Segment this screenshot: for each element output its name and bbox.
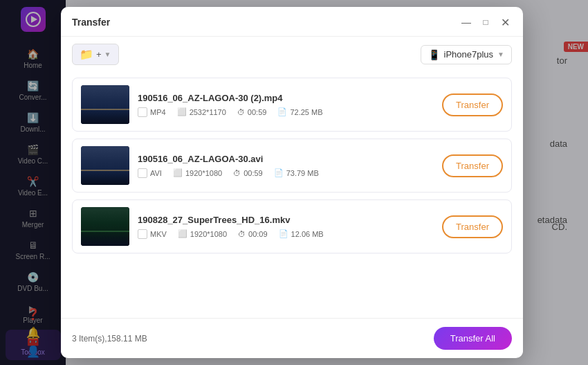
close-button[interactable]: ✕ bbox=[498, 15, 512, 29]
format-checkbox bbox=[138, 107, 147, 117]
file-info: 190516_06_AZ-LAGOA-30 (2).mp4 MP4 ⬜ 2532… bbox=[138, 93, 434, 117]
add-btn-label: + bbox=[96, 49, 102, 60]
file-item: 190516_06_AZ-LAGOA-30.avi AVI ⬜ 1920*108… bbox=[72, 139, 512, 193]
transfer-button-2[interactable]: Transfer bbox=[442, 154, 503, 177]
file-format: MP4 bbox=[138, 107, 166, 117]
footer-info: 3 Item(s),158.11 MB bbox=[72, 334, 147, 344]
dialog-toolbar: 📁 + ▼ 📱 iPhone7plus ▼ bbox=[61, 37, 523, 72]
file-name: 190516_06_AZ-LAGOA-30.avi bbox=[138, 154, 434, 164]
file-info: 190516_06_AZ-LAGOA-30.avi AVI ⬜ 1920*108… bbox=[138, 154, 434, 178]
file-meta: AVI ⬜ 1920*1080 ⏱ 00:59 📄 73.79 MB bbox=[138, 168, 434, 178]
file-size: 📄 72.25 MB bbox=[277, 107, 322, 116]
file-thumbnail bbox=[81, 207, 129, 246]
file-thumbnail bbox=[81, 85, 129, 124]
transfer-dialog: Transfer — □ ✕ 📁 + ▼ 📱 iPhone7plus ▼ bbox=[61, 7, 523, 358]
file-list: 190516_06_AZ-LAGOA-30 (2).mp4 MP4 ⬜ 2532… bbox=[61, 72, 523, 318]
dropdown-arrow-icon: ▼ bbox=[104, 51, 111, 58]
format-checkbox bbox=[138, 229, 147, 239]
format-checkbox bbox=[138, 168, 147, 178]
file-duration: ⏱ 00:59 bbox=[233, 169, 263, 177]
file-format: MKV bbox=[138, 229, 167, 239]
file-item: 190828_27_SuperTrees_HD_16.mkv MKV ⬜ 192… bbox=[72, 199, 512, 253]
file-meta: MKV ⬜ 1920*1080 ⏱ 00:09 📄 12.06 MB bbox=[138, 229, 434, 239]
dropdown-icon: ▼ bbox=[497, 51, 504, 58]
file-info: 190828_27_SuperTrees_HD_16.mkv MKV ⬜ 192… bbox=[138, 215, 434, 239]
file-name: 190516_06_AZ-LAGOA-30 (2).mp4 bbox=[138, 93, 434, 103]
transfer-button-3[interactable]: Transfer bbox=[442, 215, 503, 238]
file-meta: MP4 ⬜ 2532*1170 ⏱ 00:59 📄 72.25 MB bbox=[138, 107, 434, 117]
file-duration: ⏱ 00:59 bbox=[237, 108, 267, 116]
app-background: 🏠 Home 🔄 Conver... ⬇️ Downl... 🎬 Video C… bbox=[0, 0, 588, 365]
file-size: 📄 12.06 MB bbox=[279, 229, 324, 238]
file-name: 190828_27_SuperTrees_HD_16.mkv bbox=[138, 215, 434, 225]
dialog-title: Transfer bbox=[72, 17, 110, 28]
transfer-button-1[interactable]: Transfer bbox=[442, 94, 503, 116]
maximize-button[interactable]: □ bbox=[479, 15, 493, 29]
add-icon: 📁 bbox=[80, 48, 93, 61]
device-selector[interactable]: 📱 iPhone7plus ▼ bbox=[421, 45, 512, 64]
file-item: 190516_06_AZ-LAGOA-30 (2).mp4 MP4 ⬜ 2532… bbox=[72, 78, 512, 132]
dialog-titlebar: Transfer — □ ✕ bbox=[61, 7, 523, 37]
file-duration: ⏱ 00:09 bbox=[238, 230, 268, 238]
phone-icon: 📱 bbox=[428, 49, 440, 60]
device-name: iPhone7plus bbox=[444, 49, 494, 60]
file-size: 📄 73.79 MB bbox=[274, 168, 319, 177]
add-file-button[interactable]: 📁 + ▼ bbox=[72, 44, 119, 65]
minimize-button[interactable]: — bbox=[459, 15, 473, 29]
file-resolution: ⬜ 1920*1080 bbox=[173, 168, 222, 177]
file-thumbnail bbox=[81, 146, 129, 185]
file-format: AVI bbox=[138, 168, 162, 178]
file-resolution: ⬜ 1920*1080 bbox=[178, 229, 227, 238]
dialog-footer: 3 Item(s),158.11 MB Transfer All bbox=[61, 318, 523, 358]
transfer-all-button[interactable]: Transfer All bbox=[434, 327, 512, 350]
file-resolution: ⬜ 2532*1170 bbox=[177, 107, 226, 116]
